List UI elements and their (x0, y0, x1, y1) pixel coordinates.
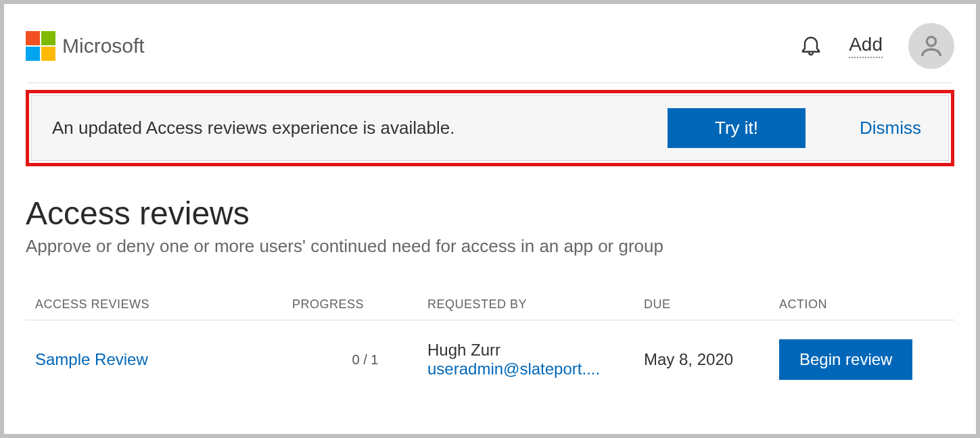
due-date: May 8, 2020 (644, 350, 733, 368)
header-divider (27, 82, 953, 83)
microsoft-logo-icon (26, 31, 55, 61)
begin-review-button[interactable]: Begin review (779, 339, 912, 380)
table-row: Sample Review 0 / 1 Hugh Zurr useradmin@… (26, 320, 954, 380)
banner-actions: Try it! Dismiss (668, 108, 921, 148)
requester-name: Hugh Zurr (427, 341, 644, 360)
requester-email-link[interactable]: useradmin@slateport.... (427, 360, 624, 379)
person-icon (918, 32, 945, 59)
page-subtitle: Approve or deny one or more users' conti… (26, 236, 954, 257)
try-it-button[interactable]: Try it! (668, 108, 806, 148)
brand-name: Microsoft (62, 34, 145, 57)
col-header-name: ACCESS REVIEWS (35, 297, 292, 312)
col-header-due: DUE (644, 297, 779, 312)
user-avatar[interactable] (908, 23, 954, 69)
col-header-progress: PROGRESS (292, 297, 427, 312)
update-banner: An updated Access reviews experience is … (31, 95, 949, 161)
add-link[interactable]: Add (849, 34, 883, 58)
review-name-link[interactable]: Sample Review (35, 350, 148, 368)
col-header-requested-by: REQUESTED BY (427, 297, 644, 312)
banner-highlight: An updated Access reviews experience is … (26, 90, 954, 166)
col-header-action: ACTION (779, 297, 945, 312)
notification-bell-icon[interactable] (799, 32, 823, 59)
page-header: Access reviews Approve or deny one or mo… (26, 195, 954, 257)
svg-point-0 (927, 37, 935, 46)
dismiss-button[interactable]: Dismiss (860, 118, 921, 139)
page-title: Access reviews (26, 195, 954, 232)
header-bar: Microsoft Add (26, 23, 954, 82)
brand: Microsoft (26, 31, 145, 61)
banner-message: An updated Access reviews experience is … (52, 118, 454, 139)
table-header-row: ACCESS REVIEWS PROGRESS REQUESTED BY DUE… (26, 297, 954, 320)
header-actions: Add (799, 23, 954, 69)
access-reviews-table: ACCESS REVIEWS PROGRESS REQUESTED BY DUE… (26, 297, 954, 380)
progress-value: 0 / 1 (292, 352, 427, 368)
